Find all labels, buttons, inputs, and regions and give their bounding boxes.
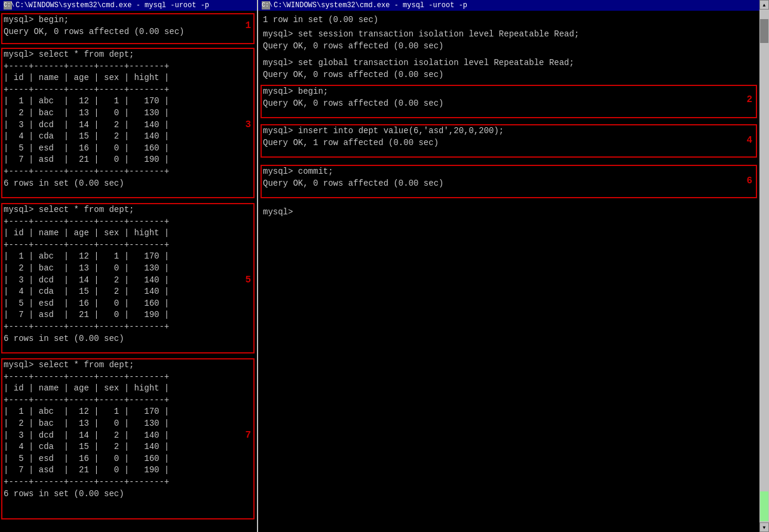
red-box-6 (261, 165, 757, 198)
right-terminal-content: 1 row in set (0.00 sec) mysql> set sessi… (258, 11, 759, 532)
right-set-global-result: Query OK, 0 rows affected (0.00 sec) (263, 69, 574, 81)
red-box-5 (1, 203, 255, 353)
left-terminal-content: mysql> begin; Query OK, 0 rows affected … (0, 11, 257, 532)
left-title-text: C:\WINDOWS\system32\cmd.exe - mysql -uro… (16, 1, 209, 10)
scrollbar[interactable]: ▲ ▼ (759, 0, 769, 532)
right-set-session-result: Query OK, 0 rows affected (0.00 sec) (263, 41, 579, 53)
step-3: 3 (245, 118, 251, 131)
right-set-global-cmd: mysql> set global transaction isolation … (263, 57, 574, 69)
red-box-1 (1, 13, 255, 44)
right-prompt: mysql> (263, 207, 293, 219)
step-2: 2 (746, 93, 752, 106)
red-box-4 (261, 124, 757, 158)
right-window-icon: C:\ (262, 1, 270, 10)
left-terminal-window: C:\ C:\WINDOWS\system32\cmd.exe - mysql … (0, 0, 257, 532)
left-window-icon: C:\ (4, 1, 12, 10)
scrollbar-thumb[interactable] (760, 19, 768, 43)
red-box-7 (1, 358, 255, 519)
right-set-session-cmd: mysql> set session transaction isolation… (263, 29, 579, 41)
scrollbar-down-arrow[interactable]: ▼ (759, 522, 769, 532)
right-intro: 1 row in set (0.00 sec) (263, 14, 378, 26)
step-1: 1 (245, 19, 251, 32)
step-5: 5 (245, 273, 251, 287)
red-box-3 (1, 48, 255, 198)
step-4: 4 (746, 134, 752, 147)
step-6: 6 (746, 174, 752, 187)
right-terminal-window: C:\ C:\WINDOWS\system32\cmd.exe - mysql … (258, 0, 759, 532)
right-title-text: C:\WINDOWS\system32\cmd.exe - mysql -uro… (274, 1, 467, 10)
red-box-2 (261, 85, 757, 118)
right-title-bar: C:\ C:\WINDOWS\system32\cmd.exe - mysql … (258, 0, 759, 11)
right-panel: C:\ C:\WINDOWS\system32\cmd.exe - mysql … (258, 0, 769, 532)
scrollbar-up-arrow[interactable]: ▲ (759, 0, 769, 10)
left-title-bar: C:\ C:\WINDOWS\system32\cmd.exe - mysql … (0, 0, 257, 11)
step-7: 7 (245, 429, 251, 442)
